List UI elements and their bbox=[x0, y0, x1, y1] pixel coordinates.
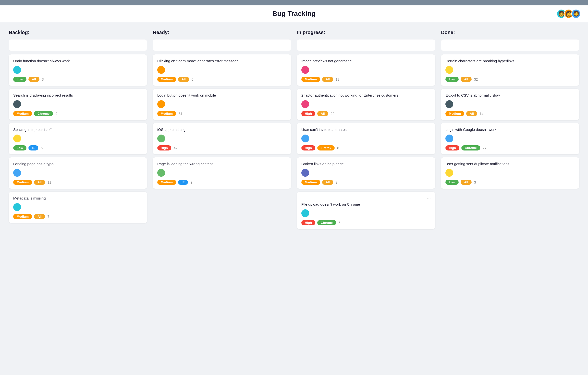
card-d4[interactable]: User getting sent duplicate notification… bbox=[441, 157, 579, 189]
priority-badge: Medium bbox=[301, 77, 320, 82]
priority-badge: High bbox=[301, 220, 315, 225]
card-count: 14 bbox=[480, 112, 484, 116]
card-title: iOS app crashing bbox=[157, 127, 287, 132]
add-card-btn-inprogress[interactable]: + bbox=[297, 39, 435, 51]
priority-badge: Medium bbox=[157, 111, 176, 116]
card-avatar bbox=[445, 169, 453, 177]
card-footer: High42 bbox=[157, 145, 287, 150]
priority-badge: Medium bbox=[157, 77, 176, 82]
card-d1[interactable]: Certain characters are breaking hyperlin… bbox=[441, 54, 579, 86]
card-d3[interactable]: Login with Google doesn't workHighChrome… bbox=[441, 123, 579, 154]
card-avatar bbox=[301, 209, 309, 217]
card-p4[interactable]: Broken links on help pageMediumAll2 bbox=[297, 157, 435, 189]
card-c5[interactable]: Metadata is missingMediumAll7 bbox=[9, 192, 147, 223]
platform-badge: All bbox=[34, 214, 45, 219]
platform-badge: All bbox=[317, 111, 328, 116]
card-c4[interactable]: Landing page has a typoMediumAll11 bbox=[9, 157, 147, 189]
card-count: 31 bbox=[179, 112, 183, 116]
card-avatar bbox=[445, 66, 453, 74]
card-avatar bbox=[301, 100, 309, 108]
card-p1[interactable]: Image previews not generatingMediumAll13 bbox=[297, 54, 435, 86]
column-done: Done:+Certain characters are breaking hy… bbox=[438, 30, 582, 232]
column-header-done: Done: bbox=[441, 30, 579, 35]
card-footer: Medium31 bbox=[157, 111, 287, 116]
card-title: Page is loading the wrong content bbox=[157, 161, 287, 166]
priority-badge: Low bbox=[445, 77, 459, 82]
card-footer: MediumAll2 bbox=[301, 180, 431, 185]
card-title: Broken links on help page bbox=[301, 161, 431, 166]
priority-badge: Low bbox=[13, 77, 26, 82]
card-count: 9 bbox=[55, 112, 57, 116]
card-c3[interactable]: Spacing in top bar is offLowIE5 bbox=[9, 123, 147, 154]
card-c1[interactable]: Undo function doesn't always workLowAll3 bbox=[9, 54, 147, 86]
column-header-backlog: Backlog: bbox=[9, 30, 147, 35]
card-title: Undo function doesn't always work bbox=[13, 58, 143, 63]
priority-badge: Medium bbox=[13, 180, 32, 185]
card-count: 9 bbox=[190, 180, 192, 184]
card-avatar bbox=[301, 169, 309, 177]
card-title: User getting sent duplicate notification… bbox=[445, 161, 575, 166]
top-bar bbox=[0, 0, 588, 5]
card-p5[interactable]: ···File upload doesn't work on ChromeHig… bbox=[297, 192, 435, 229]
card-footer: MediumChrome9 bbox=[13, 111, 143, 116]
card-count: 27 bbox=[483, 146, 487, 150]
card-count: 5 bbox=[339, 221, 341, 225]
priority-badge: Medium bbox=[301, 180, 320, 185]
page-title: Bug Tracking bbox=[272, 10, 316, 18]
priority-badge: High bbox=[445, 145, 459, 150]
card-count: 8 bbox=[337, 146, 339, 150]
priority-badge: Medium bbox=[13, 111, 32, 116]
card-avatar bbox=[157, 169, 165, 177]
card-p3[interactable]: User can't invite teammatesHighFirefox8 bbox=[297, 123, 435, 154]
priority-badge: Medium bbox=[157, 180, 176, 185]
card-count: 32 bbox=[474, 77, 478, 81]
platform-badge: IE bbox=[178, 180, 188, 185]
add-card-btn-backlog[interactable]: + bbox=[9, 39, 147, 51]
card-menu-dots[interactable]: ··· bbox=[301, 196, 431, 201]
add-card-btn-ready[interactable]: + bbox=[153, 39, 291, 51]
card-r4[interactable]: Page is loading the wrong contentMediumI… bbox=[153, 157, 291, 189]
priority-badge: High bbox=[301, 145, 315, 150]
card-r3[interactable]: iOS app crashingHigh42 bbox=[153, 123, 291, 154]
card-d2[interactable]: Export to CSV is abnormally slowMediumAl… bbox=[441, 89, 579, 120]
card-r1[interactable]: Clicking on "learn more" generates error… bbox=[153, 54, 291, 86]
card-avatar bbox=[13, 203, 21, 211]
platform-badge: All bbox=[322, 77, 333, 82]
card-footer: MediumIE9 bbox=[157, 180, 287, 185]
card-avatar bbox=[13, 100, 21, 108]
card-count: 42 bbox=[174, 146, 178, 150]
avatar-3[interactable]: 🧔 bbox=[571, 9, 581, 18]
column-header-inprogress: In progress: bbox=[297, 30, 435, 35]
card-title: Clicking on "learn more" generates error… bbox=[157, 58, 287, 63]
platform-badge: All bbox=[461, 77, 472, 82]
card-count: 3 bbox=[42, 77, 44, 81]
card-title: User can't invite teammates bbox=[301, 127, 431, 132]
card-footer: LowAll32 bbox=[445, 77, 575, 82]
card-p2[interactable]: 2 factor authentication not working for … bbox=[297, 89, 435, 120]
card-r2[interactable]: Login button doesn't work on mobileMediu… bbox=[153, 89, 291, 120]
column-backlog: Backlog:+Undo function doesn't always wo… bbox=[6, 30, 150, 232]
board: Backlog:+Undo function doesn't always wo… bbox=[0, 22, 588, 239]
platform-badge: All bbox=[322, 180, 333, 185]
platform-badge: All bbox=[178, 77, 189, 82]
card-title: Login button doesn't work on mobile bbox=[157, 93, 287, 98]
platform-badge: IE bbox=[28, 145, 38, 150]
card-footer: HighChrome27 bbox=[445, 145, 575, 150]
card-footer: HighChrome5 bbox=[301, 220, 431, 225]
card-avatar bbox=[157, 100, 165, 108]
card-title: Landing page has a typo bbox=[13, 161, 143, 166]
card-c2[interactable]: Search is displaying incorrect resultsMe… bbox=[9, 89, 147, 120]
card-footer: LowAll3 bbox=[13, 77, 143, 82]
platform-badge: All bbox=[466, 111, 477, 116]
card-footer: MediumAll6 bbox=[157, 77, 287, 82]
card-avatar bbox=[445, 100, 453, 108]
add-card-btn-done[interactable]: + bbox=[441, 39, 579, 51]
card-count: 5 bbox=[41, 146, 43, 150]
card-count: 7 bbox=[48, 215, 49, 219]
platform-badge: Chrome bbox=[317, 220, 336, 225]
card-count: 22 bbox=[331, 112, 335, 116]
column-header-ready: Ready: bbox=[153, 30, 291, 35]
platform-badge: Firefox bbox=[317, 145, 335, 150]
card-title: Export to CSV is abnormally slow bbox=[445, 93, 575, 98]
card-count: 2 bbox=[336, 180, 338, 184]
